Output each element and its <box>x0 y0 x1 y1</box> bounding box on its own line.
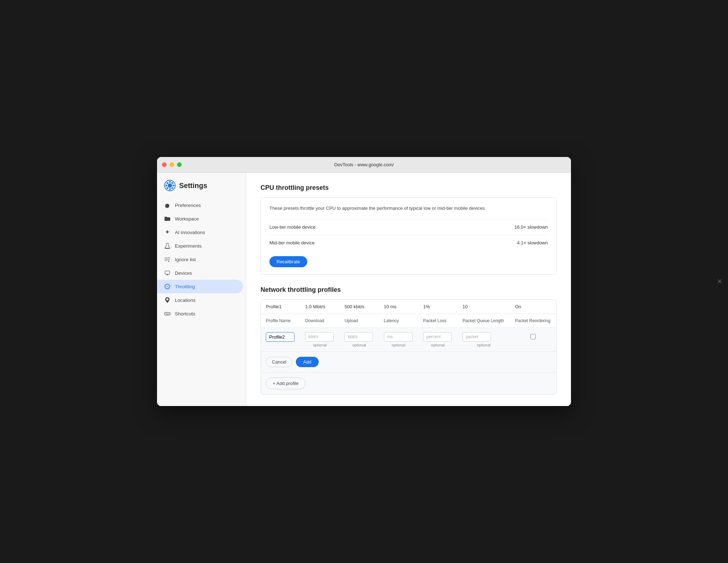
profile1-download: 1.0 Mbit/s <box>300 300 339 314</box>
sidebar-item-locations[interactable]: Locations <box>157 293 243 307</box>
new-profile-input-row: optional optional optional <box>261 328 556 351</box>
devices-icon <box>164 270 171 276</box>
sidebar-item-preferences[interactable]: Preferences <box>157 198 243 212</box>
packet-loss-hint: optional <box>423 343 453 347</box>
profile1-packet-loss: 1% <box>418 300 457 314</box>
pin-icon <box>164 297 171 303</box>
packet-queue-input[interactable] <box>462 332 491 341</box>
profile-table: Profile1 1.0 Mbit/s 500 kbit/s 10 ms 1% … <box>261 300 556 372</box>
ai-innovations-label: AI innovations <box>175 230 205 235</box>
packet-queue-cell: optional <box>457 328 510 351</box>
sidebar-title: Settings <box>179 182 207 190</box>
list-x-icon <box>164 256 171 263</box>
workspace-label: Workspace <box>175 216 199 222</box>
download-cell: optional <box>300 328 339 351</box>
existing-profile-row: Profile1 1.0 Mbit/s 500 kbit/s 10 ms 1% … <box>261 300 556 314</box>
add-button[interactable]: Add <box>296 357 318 367</box>
upload-cell: optional <box>339 328 379 351</box>
svg-point-7 <box>172 187 173 189</box>
throttling-label: Throttling <box>175 284 195 289</box>
col-profile-name: Profile Name <box>261 314 300 328</box>
network-throttling-card: Profile1 1.0 Mbit/s 500 kbit/s 10 ms 1% … <box>261 299 557 395</box>
shortcuts-label: Shortcuts <box>175 311 195 316</box>
col-packet-queue: Packet Queue Length <box>457 314 510 328</box>
latency-input[interactable] <box>384 332 413 341</box>
svg-point-2 <box>169 181 171 183</box>
col-latency: Latency <box>379 314 418 328</box>
folder-icon <box>164 215 171 222</box>
svg-point-3 <box>169 188 171 190</box>
sidebar: Settings Preferences <box>157 173 246 406</box>
low-tier-row: Low-tier mobile device 16.0× slowdown <box>269 219 548 235</box>
col-packet-loss: Packet Loss <box>418 314 457 328</box>
mid-tier-value: 4.1× slowdown <box>517 240 548 245</box>
sidebar-item-workspace[interactable]: Workspace <box>157 212 243 225</box>
download-hint: optional <box>305 343 334 347</box>
add-profile-button[interactable]: + Add profile <box>266 377 305 389</box>
profile1-upload: 500 kbit/s <box>339 300 379 314</box>
close-button[interactable] <box>162 162 167 167</box>
table-header-row: Profile Name Download Upload Latency Pac… <box>261 314 556 328</box>
devtools-window: DevTools - www.google.com/ Settings <box>157 157 571 406</box>
network-section-title: Network throttling profiles <box>261 286 557 294</box>
download-input[interactable] <box>305 332 334 341</box>
svg-point-8 <box>172 182 173 184</box>
cpu-preset-card: These presets throttle your CPU to appro… <box>261 197 557 275</box>
experiments-label: Experiments <box>175 243 202 249</box>
low-tier-label: Low-tier mobile device <box>269 224 315 230</box>
settings-logo-icon <box>164 180 176 191</box>
mid-tier-row: Mid-tier mobile device 4.1× slowdown <box>269 235 548 250</box>
ignore-list-label: Ignore list <box>175 257 196 262</box>
svg-point-4 <box>166 185 167 187</box>
sidebar-item-throttling[interactable]: Throttling <box>157 280 243 293</box>
packet-loss-cell: optional <box>418 328 457 351</box>
add-profile-label: + Add profile <box>273 381 299 386</box>
upload-input[interactable] <box>344 332 373 341</box>
content-area: Settings Preferences <box>157 173 571 406</box>
svg-point-1 <box>168 183 172 188</box>
sidebar-nav: Preferences Workspace <box>157 198 246 320</box>
latency-hint: optional <box>384 343 413 347</box>
svg-point-5 <box>173 185 175 187</box>
mid-tier-label: Mid-tier mobile device <box>269 240 314 245</box>
packet-reorder-cell <box>510 328 556 351</box>
preferences-label: Preferences <box>175 203 201 208</box>
sidebar-item-shortcuts[interactable]: Shortcuts <box>157 307 243 320</box>
throttle-icon <box>164 283 171 290</box>
action-row-tr: Cancel Add <box>261 351 556 372</box>
main-content: ✕ CPU throttling presets These presets t… <box>246 173 571 406</box>
gear-icon <box>164 202 171 208</box>
low-tier-value: 16.0× slowdown <box>514 224 548 230</box>
packet-reorder-checkbox[interactable] <box>530 334 536 339</box>
profile1-name: Profile1 <box>261 300 300 314</box>
svg-point-9 <box>167 187 168 189</box>
action-row: Cancel Add <box>261 352 556 372</box>
recalibrate-button[interactable]: Recalibrate <box>269 256 307 267</box>
sidebar-item-experiments[interactable]: Experiments <box>157 239 243 253</box>
action-cell: Cancel Add <box>261 351 556 372</box>
svg-point-6 <box>167 182 168 184</box>
sidebar-item-ai-innovations[interactable]: AI innovations <box>157 225 243 239</box>
locations-label: Locations <box>175 298 196 303</box>
packet-loss-input[interactable] <box>423 332 452 341</box>
preset-description: These presets throttle your CPU to appro… <box>269 205 548 212</box>
cancel-button[interactable]: Cancel <box>266 357 292 367</box>
cpu-section-title: CPU throttling presets <box>261 184 557 192</box>
sidebar-item-ignore-list[interactable]: Ignore list <box>157 253 243 266</box>
titlebar: DevTools - www.google.com/ <box>157 157 571 173</box>
minimize-button[interactable] <box>170 162 174 167</box>
maximize-button[interactable] <box>177 162 182 167</box>
packet-queue-hint: optional <box>462 343 505 347</box>
latency-cell: optional <box>379 328 418 351</box>
flask-icon <box>164 243 171 249</box>
window-title: DevTools - www.google.com/ <box>334 162 394 167</box>
keyboard-icon <box>164 310 171 317</box>
profile1-packet-queue: 10 <box>457 300 510 314</box>
profile-name-input[interactable] <box>266 332 294 342</box>
col-download: Download <box>300 314 339 328</box>
col-packet-reorder: Packet Reordering <box>510 314 556 328</box>
sidebar-header: Settings <box>157 180 246 198</box>
profile1-latency: 10 ms <box>379 300 418 314</box>
devices-label: Devices <box>175 270 192 276</box>
sidebar-item-devices[interactable]: Devices <box>157 266 243 280</box>
